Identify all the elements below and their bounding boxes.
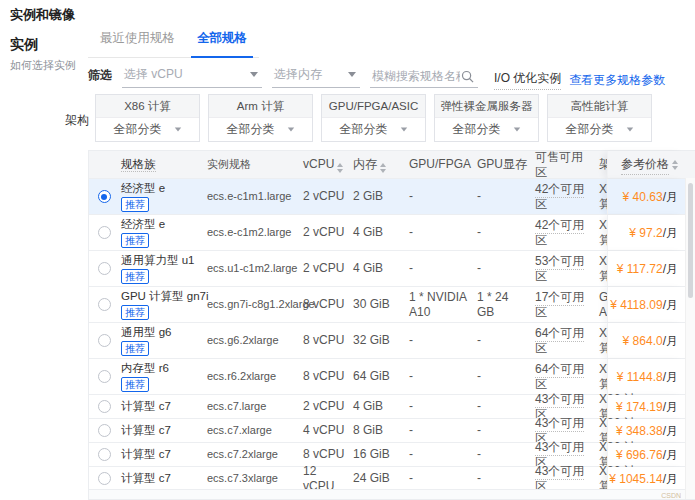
vcpu-select-placeholder: 选择 vCPU — [124, 66, 183, 83]
header-vcpu-sort[interactable]: vCPU — [299, 157, 349, 173]
table-row[interactable]: 计算型 c7 ecs.c7.xlarge 4 vCPU 8 GiB - - 43… — [89, 418, 695, 442]
watermark: CSDN — [661, 492, 681, 499]
zones-value[interactable]: 42个可用区 — [535, 182, 584, 212]
zones-cell: 42个可用区 — [533, 182, 595, 212]
gpu-value: - — [405, 423, 473, 438]
io-optimized-label[interactable]: I/O 优化实例 — [494, 70, 561, 90]
how-to-choose-instance-link[interactable]: 如何选择实例 — [10, 58, 76, 73]
row-select-radio[interactable] — [98, 448, 111, 461]
architecture-option-tab[interactable]: 高性能计算 — [548, 95, 651, 118]
memory-select[interactable]: 选择内存 — [272, 66, 360, 88]
vcpu-value: 2 vCPU — [299, 261, 349, 276]
architecture-category-select[interactable]: 全部分类 — [322, 118, 425, 141]
architecture-option-tab[interactable]: Arm 计算 — [209, 95, 312, 118]
table-header-row: 规格族 实例规格 vCPU 内存 GPU/FPGA GPU显存 可售可用区 架构… — [89, 151, 695, 178]
sort-icon[interactable] — [337, 163, 343, 173]
memory-value: 16 GiB — [349, 447, 405, 462]
row-select-radio[interactable] — [98, 424, 111, 437]
row-select-radio[interactable] — [98, 472, 111, 485]
table-row[interactable]: 计算型 c7 ecs.c7.3xlarge 12 vCPU 24 GiB - -… — [89, 466, 695, 490]
architecture-category-select[interactable]: 全部分类 — [96, 118, 199, 141]
memory-value: 4 GiB — [349, 399, 405, 414]
memory-value: 4 GiB — [349, 225, 405, 240]
zones-value[interactable]: 42个可用区 — [535, 218, 584, 248]
price-cell: ¥ 117.72 /月 — [607, 251, 685, 287]
family-cell: 经济型 e 推荐 — [119, 181, 203, 212]
spec-search-input[interactable] — [372, 69, 460, 83]
architecture-category-select[interactable]: 全部分类 — [209, 118, 312, 141]
architecture-category-select[interactable]: 全部分类 — [435, 118, 538, 141]
table-row[interactable]: 内存型 r6 推荐 ecs.r6.2xlarge 8 vCPU 64 GiB -… — [89, 358, 695, 394]
gpu-value: - — [405, 369, 473, 384]
table-row[interactable]: 通用算力型 u1 推荐 ecs.u1-c1m2.large 2 vCPU 4 G… — [89, 250, 695, 286]
family-name: GPU 计算型 gn7i — [121, 289, 201, 303]
zones-value[interactable]: 53个可用区 — [535, 254, 584, 284]
price-cell: ¥ 4118.09 /月 — [607, 287, 685, 323]
category-placeholder: 全部分类 — [114, 121, 162, 138]
price-cell: ¥ 864.0 /月 — [607, 323, 685, 359]
sort-icon[interactable] — [380, 163, 386, 173]
header-price-sort[interactable]: 参考价格 — [607, 151, 685, 179]
price-unit: /月 — [663, 447, 678, 464]
vcpu-value: 8 vCPU — [299, 333, 349, 348]
price-unit: /月 — [663, 399, 678, 416]
memory-value: 8 GiB — [349, 423, 405, 438]
spec-name: ecs.g6.2xlarge — [203, 334, 299, 348]
price-value: ¥ 696.76 — [616, 448, 663, 462]
row-select-radio[interactable] — [98, 190, 111, 203]
search-icon[interactable] — [461, 70, 474, 83]
table-row[interactable]: GPU 计算型 gn7i 推荐 ecs.gn7i-c8g1.2xlarge 8 … — [89, 286, 695, 322]
row-select-radio[interactable] — [98, 226, 111, 239]
family-cell: 计算型 c7 — [119, 399, 203, 413]
gpu-memory-value: - — [473, 399, 533, 414]
price-value: ¥ 1045.14 — [609, 472, 662, 486]
table-row[interactable]: 计算型 c7 ecs.c7.large 2 vCPU 4 GiB - - 43个… — [89, 394, 695, 418]
family-name: 计算型 c7 — [121, 447, 201, 461]
table-row[interactable]: 经济型 e 推荐 ecs.e-c1m2.large 2 vCPU 4 GiB -… — [89, 214, 695, 250]
zones-cell: 53个可用区 — [533, 254, 595, 284]
family-name: 通用型 g6 — [121, 325, 201, 339]
architecture-option-tab[interactable]: X86 计算 — [96, 95, 199, 118]
architecture-option-tab[interactable]: 弹性裸金属服务器 — [435, 95, 538, 118]
architecture-category-select[interactable]: 全部分类 — [548, 118, 651, 141]
row-select-radio[interactable] — [98, 298, 111, 311]
zones-value[interactable]: 64个可用区 — [535, 362, 584, 392]
recommend-badge: 推荐 — [121, 377, 149, 392]
table-row[interactable]: 计算型 c7 ecs.c7.2xlarge 8 vCPU 16 GiB - - … — [89, 442, 695, 466]
category-placeholder: 全部分类 — [340, 121, 388, 138]
family-cell: 计算型 c7 — [119, 447, 203, 461]
memory-value: 2 GiB — [349, 189, 405, 204]
gpu-value: - — [405, 333, 473, 348]
memory-value: 24 GiB — [349, 471, 405, 486]
row-select-radio[interactable] — [98, 370, 111, 383]
zones-value[interactable]: 64个可用区 — [535, 326, 584, 356]
header-family: 规格族 — [119, 157, 203, 171]
family-cell: 计算型 c7 — [119, 423, 203, 437]
spec-name: ecs.e-c1m1.large — [203, 190, 299, 204]
vertical-scrollbar-track[interactable] — [685, 178, 695, 499]
family-cell: GPU 计算型 gn7i 推荐 — [119, 289, 203, 320]
filter-label: 筛选 — [88, 67, 112, 88]
sort-icon[interactable] — [672, 160, 678, 170]
row-select-radio[interactable] — [98, 334, 111, 347]
section-title-instance: 实例 — [10, 36, 38, 54]
more-spec-params-link[interactable]: 查看更多规格参数 — [569, 72, 665, 89]
vertical-scrollbar-thumb[interactable] — [688, 183, 693, 298]
header-memory-sort[interactable]: 内存 — [349, 157, 405, 173]
gpu-memory-value: - — [473, 471, 533, 486]
tab-recent-specs[interactable]: 最近使用规格 — [94, 30, 181, 57]
family-name: 通用算力型 u1 — [121, 253, 201, 267]
row-select-radio[interactable] — [98, 400, 111, 413]
gpu-value: - — [405, 261, 473, 276]
zones-value[interactable]: 17个可用区 — [535, 290, 584, 320]
vcpu-select[interactable]: 选择 vCPU — [122, 66, 262, 88]
table-row[interactable]: 经济型 e 推荐 ecs.e-c1m1.large 2 vCPU 2 GiB -… — [89, 178, 695, 214]
price-unit: /月 — [663, 471, 678, 488]
spec-name: ecs.u1-c1m2.large — [203, 262, 299, 276]
architecture-option-tab[interactable]: GPU/FPGA/ASIC — [322, 95, 425, 118]
row-select-radio[interactable] — [98, 262, 111, 275]
table-row[interactable]: 通用型 g6 推荐 ecs.g6.2xlarge 8 vCPU 32 GiB -… — [89, 322, 695, 358]
tab-all-specs[interactable]: 全部规格 — [191, 30, 253, 58]
price-cell: ¥ 1144.8 /月 — [607, 359, 685, 395]
zones-cell: 64个可用区 — [533, 326, 595, 356]
